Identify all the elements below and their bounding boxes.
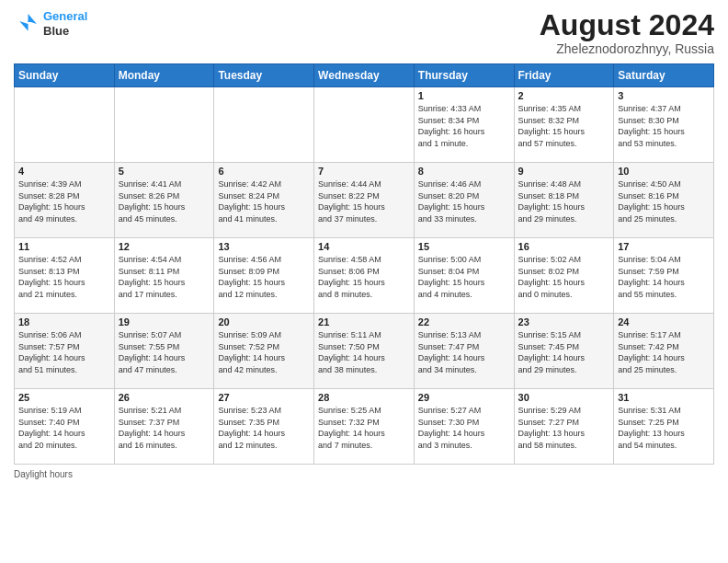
day-number: 10 xyxy=(618,166,710,177)
calendar-cell: 3Sunrise: 4:37 AM Sunset: 8:30 PM Daylig… xyxy=(614,87,714,163)
day-number: 18 xyxy=(18,316,110,327)
calendar-header-thursday: Thursday xyxy=(414,64,514,87)
day-info: Sunrise: 5:07 AM Sunset: 7:55 PM Dayligh… xyxy=(119,329,210,375)
day-info: Sunrise: 4:48 AM Sunset: 8:18 PM Dayligh… xyxy=(518,178,610,224)
calendar-cell: 11Sunrise: 4:52 AM Sunset: 8:13 PM Dayli… xyxy=(15,238,115,314)
day-info: Sunrise: 5:02 AM Sunset: 8:02 PM Dayligh… xyxy=(518,254,610,300)
calendar-header-monday: Monday xyxy=(114,64,214,87)
day-info: Sunrise: 4:39 AM Sunset: 8:28 PM Dayligh… xyxy=(18,178,110,224)
day-number: 6 xyxy=(218,166,310,177)
day-info: Sunrise: 4:37 AM Sunset: 8:30 PM Dayligh… xyxy=(618,103,710,149)
calendar-cell: 7Sunrise: 4:44 AM Sunset: 8:22 PM Daylig… xyxy=(314,163,415,238)
day-info: Sunrise: 5:17 AM Sunset: 7:42 PM Dayligh… xyxy=(618,329,710,375)
calendar-cell: 24Sunrise: 5:17 AM Sunset: 7:42 PM Dayli… xyxy=(614,314,714,389)
day-info: Sunrise: 4:41 AM Sunset: 8:26 PM Dayligh… xyxy=(119,178,210,224)
day-number: 14 xyxy=(318,241,410,252)
day-info: Sunrise: 5:21 AM Sunset: 7:37 PM Dayligh… xyxy=(119,405,210,451)
calendar-week-5: 25Sunrise: 5:19 AM Sunset: 7:40 PM Dayli… xyxy=(15,389,714,465)
day-info: Sunrise: 4:35 AM Sunset: 8:32 PM Dayligh… xyxy=(518,103,610,149)
day-number: 9 xyxy=(518,166,610,177)
page-container: General Blue August 2024 Zheleznodorozhn… xyxy=(0,0,728,563)
calendar-cell: 21Sunrise: 5:11 AM Sunset: 7:50 PM Dayli… xyxy=(314,314,415,389)
day-number: 3 xyxy=(618,90,710,101)
calendar-header-saturday: Saturday xyxy=(614,64,714,87)
day-info: Sunrise: 5:00 AM Sunset: 8:04 PM Dayligh… xyxy=(418,254,510,300)
calendar-cell: 4Sunrise: 4:39 AM Sunset: 8:28 PM Daylig… xyxy=(15,163,115,238)
calendar-cell: 14Sunrise: 4:58 AM Sunset: 8:06 PM Dayli… xyxy=(314,238,415,314)
calendar-cell xyxy=(314,87,415,163)
calendar-cell xyxy=(214,87,314,163)
calendar-cell: 18Sunrise: 5:06 AM Sunset: 7:57 PM Dayli… xyxy=(15,314,115,389)
day-info: Sunrise: 5:27 AM Sunset: 7:30 PM Dayligh… xyxy=(418,405,510,451)
calendar-cell: 17Sunrise: 5:04 AM Sunset: 7:59 PM Dayli… xyxy=(614,238,714,314)
day-info: Sunrise: 5:11 AM Sunset: 7:50 PM Dayligh… xyxy=(318,329,410,375)
calendar-cell xyxy=(114,87,214,163)
logo-text: General Blue xyxy=(43,9,87,38)
footer: Daylight hours xyxy=(14,469,714,479)
day-info: Sunrise: 5:19 AM Sunset: 7:40 PM Dayligh… xyxy=(18,405,110,451)
day-info: Sunrise: 5:29 AM Sunset: 7:27 PM Dayligh… xyxy=(518,405,610,451)
calendar-header-friday: Friday xyxy=(514,64,614,87)
calendar-cell: 1Sunrise: 4:33 AM Sunset: 8:34 PM Daylig… xyxy=(414,87,514,163)
calendar-cell: 16Sunrise: 5:02 AM Sunset: 8:02 PM Dayli… xyxy=(514,238,614,314)
day-info: Sunrise: 4:33 AM Sunset: 8:34 PM Dayligh… xyxy=(418,103,510,149)
calendar-cell: 26Sunrise: 5:21 AM Sunset: 7:37 PM Dayli… xyxy=(114,389,214,465)
day-number: 21 xyxy=(318,316,410,327)
day-number: 19 xyxy=(119,316,210,327)
day-number: 27 xyxy=(218,392,310,403)
day-info: Sunrise: 4:50 AM Sunset: 8:16 PM Dayligh… xyxy=(618,178,710,224)
day-info: Sunrise: 5:09 AM Sunset: 7:52 PM Dayligh… xyxy=(218,329,310,375)
calendar-cell: 25Sunrise: 5:19 AM Sunset: 7:40 PM Dayli… xyxy=(15,389,115,465)
day-number: 28 xyxy=(318,392,410,403)
day-number: 22 xyxy=(418,316,510,327)
header: General Blue August 2024 Zheleznodorozhn… xyxy=(14,9,714,56)
day-info: Sunrise: 5:31 AM Sunset: 7:25 PM Dayligh… xyxy=(618,405,710,451)
day-info: Sunrise: 4:42 AM Sunset: 8:24 PM Dayligh… xyxy=(218,178,310,224)
calendar-cell: 28Sunrise: 5:25 AM Sunset: 7:32 PM Dayli… xyxy=(314,389,415,465)
month-year-title: August 2024 xyxy=(540,9,714,41)
calendar-cell: 6Sunrise: 4:42 AM Sunset: 8:24 PM Daylig… xyxy=(214,163,314,238)
day-number: 31 xyxy=(618,392,710,403)
day-number: 2 xyxy=(518,90,610,101)
calendar-cell: 8Sunrise: 4:46 AM Sunset: 8:20 PM Daylig… xyxy=(414,163,514,238)
calendar-cell: 5Sunrise: 4:41 AM Sunset: 8:26 PM Daylig… xyxy=(114,163,214,238)
title-block: August 2024 Zheleznodorozhnyy, Russia xyxy=(540,9,714,56)
day-number: 29 xyxy=(418,392,510,403)
calendar-cell: 23Sunrise: 5:15 AM Sunset: 7:45 PM Dayli… xyxy=(514,314,614,389)
day-info: Sunrise: 4:58 AM Sunset: 8:06 PM Dayligh… xyxy=(318,254,410,300)
calendar-header-wednesday: Wednesday xyxy=(314,64,415,87)
calendar-table: SundayMondayTuesdayWednesdayThursdayFrid… xyxy=(14,63,714,465)
day-number: 4 xyxy=(18,166,110,177)
calendar-week-1: 1Sunrise: 4:33 AM Sunset: 8:34 PM Daylig… xyxy=(15,87,714,163)
svg-marker-0 xyxy=(19,14,37,31)
day-info: Sunrise: 4:46 AM Sunset: 8:20 PM Dayligh… xyxy=(418,178,510,224)
calendar-cell: 19Sunrise: 5:07 AM Sunset: 7:55 PM Dayli… xyxy=(114,314,214,389)
day-info: Sunrise: 4:44 AM Sunset: 8:22 PM Dayligh… xyxy=(318,178,410,224)
calendar-header-row: SundayMondayTuesdayWednesdayThursdayFrid… xyxy=(15,64,714,87)
footer-text: Daylight hours xyxy=(14,469,73,479)
day-number: 7 xyxy=(318,166,410,177)
day-number: 13 xyxy=(218,241,310,252)
day-number: 15 xyxy=(418,241,510,252)
day-info: Sunrise: 5:04 AM Sunset: 7:59 PM Dayligh… xyxy=(618,254,710,300)
calendar-cell: 2Sunrise: 4:35 AM Sunset: 8:32 PM Daylig… xyxy=(514,87,614,163)
calendar-cell: 12Sunrise: 4:54 AM Sunset: 8:11 PM Dayli… xyxy=(114,238,214,314)
day-number: 30 xyxy=(518,392,610,403)
day-info: Sunrise: 5:13 AM Sunset: 7:47 PM Dayligh… xyxy=(418,329,510,375)
day-info: Sunrise: 4:54 AM Sunset: 8:11 PM Dayligh… xyxy=(119,254,210,300)
calendar-cell: 29Sunrise: 5:27 AM Sunset: 7:30 PM Dayli… xyxy=(414,389,514,465)
calendar-week-2: 4Sunrise: 4:39 AM Sunset: 8:28 PM Daylig… xyxy=(15,163,714,238)
calendar-cell xyxy=(15,87,115,163)
day-info: Sunrise: 5:25 AM Sunset: 7:32 PM Dayligh… xyxy=(318,405,410,451)
day-number: 20 xyxy=(218,316,310,327)
calendar-header-tuesday: Tuesday xyxy=(214,64,314,87)
day-number: 12 xyxy=(119,241,210,252)
logo: General Blue xyxy=(14,9,87,38)
day-info: Sunrise: 4:52 AM Sunset: 8:13 PM Dayligh… xyxy=(18,254,110,300)
calendar-week-4: 18Sunrise: 5:06 AM Sunset: 7:57 PM Dayli… xyxy=(15,314,714,389)
day-number: 17 xyxy=(618,241,710,252)
day-info: Sunrise: 5:15 AM Sunset: 7:45 PM Dayligh… xyxy=(518,329,610,375)
calendar-cell: 20Sunrise: 5:09 AM Sunset: 7:52 PM Dayli… xyxy=(214,314,314,389)
day-number: 16 xyxy=(518,241,610,252)
day-number: 25 xyxy=(18,392,110,403)
